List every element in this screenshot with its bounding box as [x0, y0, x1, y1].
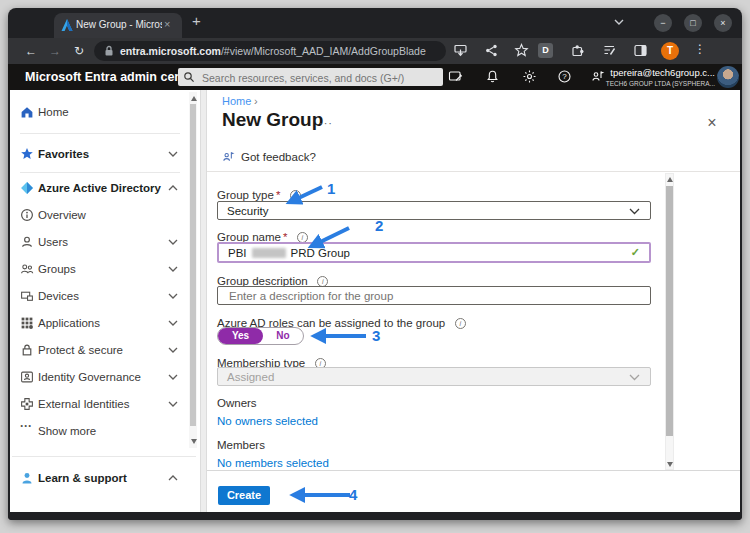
extensions-puzzle-icon[interactable]: [570, 43, 585, 58]
sidebar-item-overview[interactable]: Overview: [10, 206, 188, 225]
back-icon[interactable]: ←: [22, 42, 40, 60]
group-name-value: PBIPRD Group: [228, 247, 350, 259]
sidebar-item-groups[interactable]: Groups: [10, 260, 188, 279]
browser-tab[interactable]: New Group - Microsoft En ×: [54, 13, 182, 38]
sidebar-item-home[interactable]: Home: [10, 103, 188, 122]
account-info[interactable]: tpereira@tech6group.c... TECH6 GROUP LTD…: [580, 67, 715, 87]
star-icon: [20, 147, 34, 161]
azure-ad-icon: [20, 181, 34, 195]
tab-close-icon[interactable]: ×: [164, 18, 170, 30]
chevron-down-icon: [168, 374, 178, 380]
owners-link[interactable]: No owners selected: [217, 415, 318, 427]
refresh-icon[interactable]: ↻: [70, 42, 88, 60]
members-link[interactable]: No members selected: [217, 457, 329, 469]
pane-divider: [200, 90, 207, 512]
page-title: New Group: [222, 109, 323, 131]
toggle-yes-option[interactable]: Yes: [218, 328, 263, 344]
chevron-down-icon: [168, 239, 178, 245]
sidebar-item-applications[interactable]: Applications: [10, 314, 188, 333]
sidebar-scrollbar-thumb[interactable]: [190, 104, 196, 426]
roles-assignable-toggle[interactable]: Yes No: [217, 327, 304, 345]
chevron-down-icon: [168, 347, 178, 353]
external-identities-icon: [20, 397, 34, 411]
address-bar[interactable]: entra.microsoft.com/#view/Microsoft_AAD_…: [94, 41, 446, 61]
sidebar-item-azure-active-directory[interactable]: Azure Active Directory: [10, 179, 188, 198]
sidebar-item-learn-support[interactable]: Learn & support: [10, 469, 188, 488]
chevron-down-icon: [168, 266, 178, 272]
chevron-down-icon: [629, 208, 640, 215]
create-button[interactable]: Create: [218, 486, 270, 505]
screen: New Group - Microsoft En × + − □ × ← → ↻…: [0, 0, 750, 533]
window-close-button[interactable]: ×: [714, 14, 732, 32]
home-icon: [20, 105, 34, 119]
owners-label: Owners: [217, 397, 257, 409]
new-tab-button[interactable]: +: [192, 12, 201, 29]
breadcrumb-separator: ›: [254, 95, 258, 107]
account-tenant: TECH6 GROUP LTDA (SYSPHERA...: [580, 80, 715, 87]
group-type-select[interactable]: Security: [217, 201, 651, 220]
install-icon[interactable]: [453, 43, 468, 58]
tab-title: New Group - Microsoft En: [76, 19, 162, 30]
tab-search-chevron-icon[interactable]: [614, 19, 624, 25]
new-group-blade: Home › New Group ··· × Got feedback? Gro…: [207, 90, 740, 512]
window-edge: [740, 90, 742, 512]
blade-scrollbar-thumb[interactable]: [666, 186, 673, 436]
global-search[interactable]: [178, 68, 443, 86]
apps-grid-icon: [20, 316, 34, 330]
notifications-bell-icon[interactable]: [485, 69, 501, 85]
ellipsis-icon: ···: [20, 419, 34, 433]
window-minimize-button[interactable]: −: [654, 14, 672, 32]
browser-menu-icon[interactable]: ⋮: [694, 42, 706, 56]
redacted-text: [252, 248, 286, 258]
reading-list-icon[interactable]: [602, 43, 617, 58]
blade-close-icon[interactable]: ×: [703, 114, 721, 132]
search-icon: [183, 71, 195, 83]
feedback-smiley-icon: [222, 150, 236, 164]
group-icon: [20, 262, 34, 276]
lock-icon: [20, 343, 34, 357]
learn-person-icon: [20, 471, 34, 485]
window-maximize-button[interactable]: □: [684, 14, 702, 32]
sidebar-item-show-more[interactable]: ··· Show more: [10, 422, 188, 441]
scroll-up-arrow[interactable]: [667, 177, 673, 182]
whats-new-icon[interactable]: [448, 69, 464, 85]
scroll-down-arrow[interactable]: [191, 439, 197, 444]
devices-icon: [20, 289, 34, 303]
search-input[interactable]: [200, 69, 439, 86]
chevron-down-icon: [629, 374, 640, 381]
group-name-input[interactable]: PBIPRD Group ✓: [217, 242, 651, 263]
sidebar-item-users[interactable]: Users: [10, 233, 188, 252]
forward-icon[interactable]: →: [46, 42, 64, 60]
settings-gear-icon[interactable]: [522, 69, 538, 85]
info-circle-icon: [20, 208, 34, 222]
scroll-down-arrow[interactable]: [667, 462, 673, 467]
share-icon[interactable]: [484, 43, 499, 58]
entra-header: Microsoft Entra admin center ? tpereira@…: [8, 64, 742, 90]
title-more-menu[interactable]: ···: [319, 117, 333, 129]
scroll-up-arrow[interactable]: [191, 96, 197, 101]
breadcrumb-home-link[interactable]: Home: [222, 95, 251, 107]
side-panel-icon[interactable]: [633, 43, 648, 58]
sidebar-item-devices[interactable]: Devices: [10, 287, 188, 306]
browser-profile-avatar[interactable]: T: [661, 42, 679, 60]
group-description-input[interactable]: [227, 288, 641, 303]
window-edge: [8, 512, 742, 520]
sidebar-item-identity-governance[interactable]: Identity Governance: [10, 368, 188, 387]
info-icon[interactable]: i: [290, 190, 301, 201]
chevron-up-icon: [168, 475, 178, 481]
chevron-down-icon: [168, 293, 178, 299]
chevron-down-icon: [168, 320, 178, 326]
identity-badge-icon: [20, 370, 34, 384]
sidebar-item-favorites[interactable]: Favorites: [10, 145, 188, 164]
user-avatar[interactable]: [717, 66, 739, 88]
toolbar-divider: [207, 171, 740, 172]
extension-d-icon[interactable]: D: [538, 43, 553, 58]
lock-icon: [104, 45, 114, 57]
toggle-no-option[interactable]: No: [263, 328, 303, 344]
sidebar-item-external-identities[interactable]: External Identities: [10, 395, 188, 414]
sidebar-item-protect-secure[interactable]: Protect & secure: [10, 341, 188, 360]
info-icon[interactable]: i: [455, 318, 466, 329]
help-icon[interactable]: ?: [557, 69, 573, 85]
bookmark-star-icon[interactable]: [514, 43, 529, 58]
user-icon: [20, 235, 34, 249]
